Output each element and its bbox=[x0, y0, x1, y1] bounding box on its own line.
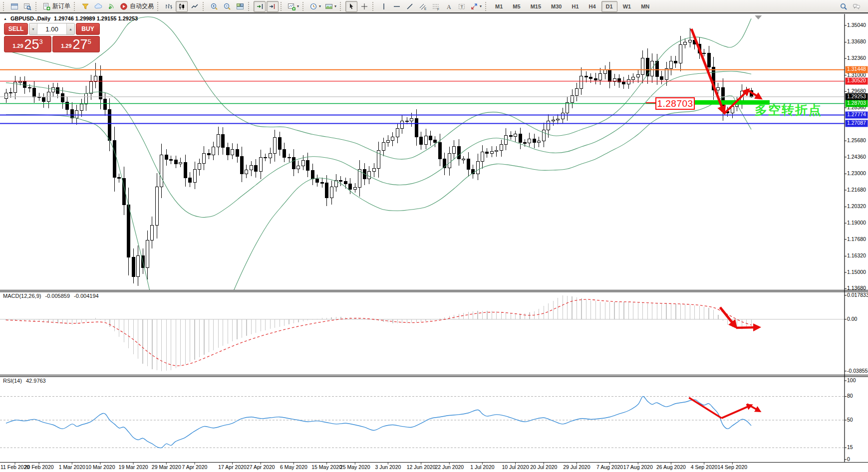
rsi-pane[interactable] bbox=[0, 396, 845, 448]
periods-button[interactable]: ▾ bbox=[308, 1, 322, 12]
volume-value[interactable]: 1.00 bbox=[37, 23, 66, 34]
candle-body[interactable] bbox=[292, 157, 295, 169]
zoom-out-button[interactable] bbox=[221, 1, 233, 12]
candle-body[interactable] bbox=[311, 170, 314, 179]
candle-body[interactable] bbox=[127, 205, 130, 257]
candle-body[interactable] bbox=[28, 88, 31, 88]
candle-body[interactable] bbox=[490, 151, 493, 153]
candle-body[interactable] bbox=[174, 160, 177, 164]
buy-button[interactable]: BUY bbox=[76, 23, 100, 35]
candle-body[interactable] bbox=[641, 58, 644, 74]
arrows-tool-caret-icon[interactable]: ▾ bbox=[480, 4, 482, 8]
chart-canvas[interactable]: 1.350401.336801.323601.310001.296801.283… bbox=[0, 0, 868, 472]
tf-d1-button[interactable]: D1 bbox=[601, 1, 617, 12]
candle-body[interactable] bbox=[707, 53, 710, 67]
new-order-button[interactable]: 新订单 bbox=[41, 1, 72, 12]
candle-body[interactable] bbox=[320, 183, 323, 183]
time-axis[interactable]: 11 Feb 202020 Feb 20201 Mar 202010 Mar 2… bbox=[0, 463, 747, 470]
candle-body[interactable] bbox=[274, 138, 277, 154]
toolbar-drag-handle[interactable] bbox=[74, 2, 76, 11]
toolbar-drag-handle[interactable] bbox=[281, 2, 283, 11]
candle-body[interactable] bbox=[306, 160, 309, 170]
crosshair-tool-button[interactable] bbox=[358, 1, 370, 12]
tf-m15-button[interactable]: M15 bbox=[526, 1, 546, 12]
new-chart-button[interactable]: ▾ bbox=[286, 1, 300, 12]
candle-body[interactable] bbox=[353, 188, 356, 190]
zoom-in-button[interactable] bbox=[208, 1, 220, 12]
toolbar-drag-handle[interactable] bbox=[248, 2, 251, 11]
candle-body[interactable] bbox=[533, 139, 536, 143]
templates-caret-icon[interactable]: ▾ bbox=[334, 4, 336, 8]
pane-separator[interactable] bbox=[0, 376, 868, 377]
candle-body[interactable] bbox=[344, 181, 347, 184]
rsi-trend-arrow[interactable] bbox=[747, 404, 760, 411]
candle-body[interactable] bbox=[236, 149, 239, 156]
candle-body[interactable] bbox=[184, 162, 187, 178]
candle-body[interactable] bbox=[212, 147, 215, 155]
candle-body[interactable] bbox=[448, 154, 451, 168]
candle-body[interactable] bbox=[160, 155, 163, 187]
volume-down-button[interactable]: ▼ bbox=[29, 23, 37, 34]
candle-body[interactable] bbox=[580, 76, 583, 88]
candle-body[interactable] bbox=[453, 146, 456, 153]
trend-arrow[interactable] bbox=[691, 29, 724, 112]
collapse-icon[interactable]: ▲ bbox=[3, 17, 7, 20]
candle-body[interactable] bbox=[566, 102, 569, 113]
candle-body[interactable] bbox=[146, 240, 149, 267]
candle-body[interactable] bbox=[52, 88, 55, 92]
candle-body[interactable] bbox=[349, 184, 352, 189]
history-center-button[interactable] bbox=[79, 1, 91, 12]
candle-body[interactable] bbox=[61, 94, 64, 102]
candle-body[interactable] bbox=[165, 155, 168, 160]
tf-w1-button[interactable]: W1 bbox=[618, 1, 636, 12]
candle-body[interactable] bbox=[18, 82, 21, 82]
candle-body[interactable] bbox=[255, 166, 258, 172]
auto-scroll-button[interactable] bbox=[254, 1, 266, 12]
sell-button[interactable]: SELL bbox=[4, 23, 28, 35]
macd-trend-arrow[interactable] bbox=[736, 327, 759, 328]
candle-body[interactable] bbox=[113, 141, 116, 178]
toolbar-drag-handle[interactable] bbox=[157, 2, 160, 11]
candle-body[interactable] bbox=[457, 146, 460, 159]
charts-window-button[interactable] bbox=[8, 1, 20, 12]
candle-body[interactable] bbox=[85, 93, 88, 104]
cursor-tool-button[interactable] bbox=[345, 1, 357, 12]
candle-body[interactable] bbox=[70, 109, 73, 118]
tf-mn-button[interactable]: MN bbox=[636, 1, 654, 12]
chart-shift-button[interactable] bbox=[267, 1, 279, 12]
toolbar-drag-handle[interactable] bbox=[372, 2, 375, 11]
candle-body[interactable] bbox=[89, 82, 92, 93]
candle-body[interactable] bbox=[410, 118, 413, 121]
candle-body[interactable] bbox=[297, 166, 300, 169]
candle-body[interactable] bbox=[636, 75, 639, 77]
pane-separator[interactable] bbox=[0, 375, 868, 375]
candle-body[interactable] bbox=[524, 143, 527, 143]
candle-body[interactable] bbox=[382, 143, 385, 151]
candle-body[interactable] bbox=[241, 156, 244, 174]
toolbar-drag-handle[interactable] bbox=[302, 2, 305, 11]
candle-body[interactable] bbox=[80, 104, 83, 111]
candle-body[interactable] bbox=[316, 179, 319, 182]
candle-body[interactable] bbox=[207, 154, 210, 155]
candle-body[interactable] bbox=[391, 137, 394, 140]
trendline-tool-button[interactable] bbox=[404, 1, 416, 12]
rsi-trend-arrow[interactable] bbox=[722, 405, 752, 418]
buy-price[interactable]: 1.29 27 5 bbox=[52, 36, 100, 52]
line-chart-mode-button[interactable] bbox=[189, 1, 201, 12]
candle-body[interactable] bbox=[193, 169, 196, 182]
main-price-pane[interactable] bbox=[0, 15, 845, 372]
candle-body[interactable] bbox=[203, 154, 206, 164]
candle-body[interactable] bbox=[75, 111, 78, 118]
candles[interactable] bbox=[4, 28, 753, 286]
tf-m5-button[interactable]: M5 bbox=[508, 1, 525, 12]
tf-h1-button[interactable]: H1 bbox=[567, 1, 583, 12]
toolbar-drag-handle[interactable] bbox=[485, 2, 488, 11]
candle-body[interactable] bbox=[495, 151, 498, 152]
search-button[interactable] bbox=[838, 1, 850, 12]
candle-body[interactable] bbox=[424, 136, 427, 144]
candle-body[interactable] bbox=[108, 109, 111, 141]
chart-shift-marker[interactable] bbox=[755, 15, 762, 19]
candle-body[interactable] bbox=[528, 139, 531, 143]
candle-body[interactable] bbox=[557, 119, 560, 120]
candle-body[interactable] bbox=[632, 77, 635, 80]
